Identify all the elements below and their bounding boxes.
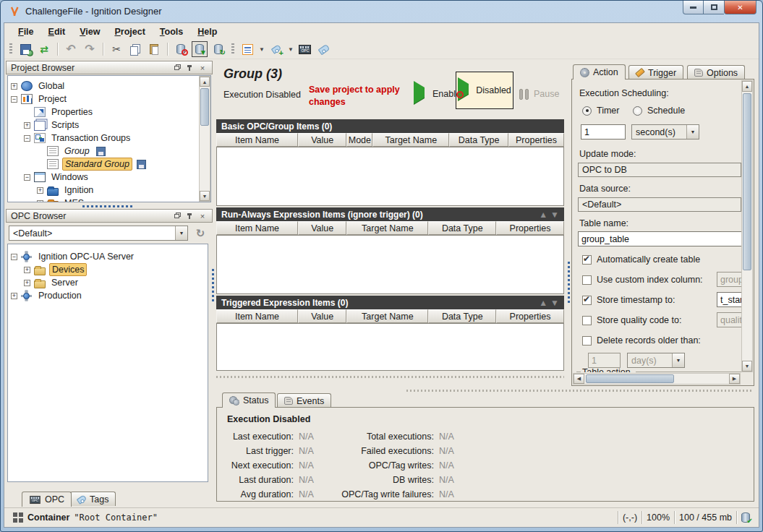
- tree-item-server[interactable]: + Server: [11, 276, 205, 289]
- scroll-down-icon[interactable]: ▼: [200, 191, 210, 201]
- column-header[interactable]: Mode: [346, 133, 372, 147]
- paste-button[interactable]: [146, 41, 162, 57]
- opc-browser-header[interactable]: OPC Browser ×: [6, 209, 213, 223]
- scroll-right-icon[interactable]: ▶: [729, 374, 740, 384]
- tree-item-ignition-opcua-server[interactable]: − Ignition OPC-UA Server: [11, 250, 205, 263]
- delete-value-input[interactable]: [588, 353, 621, 368]
- copy-button[interactable]: [127, 41, 143, 57]
- cut-button[interactable]: ✂: [108, 41, 124, 57]
- pin-panel-button[interactable]: [184, 63, 195, 72]
- close-panel-button[interactable]: ×: [197, 63, 208, 72]
- column-header[interactable]: Properties: [508, 133, 564, 147]
- store-timestamp-checkbox[interactable]: Store timestamp to:: [582, 295, 675, 305]
- save-project-button[interactable]: [17, 41, 33, 57]
- schedule-radio[interactable]: Schedule: [633, 106, 685, 116]
- expand-icon[interactable]: +: [11, 83, 17, 90]
- store-timestamp-input[interactable]: [717, 292, 743, 307]
- add-tag-dropdown-arrow[interactable]: ▼: [288, 46, 294, 53]
- scroll-up-icon[interactable]: ▲: [742, 81, 752, 92]
- toolbar-grip[interactable]: [231, 43, 234, 55]
- list-view-button[interactable]: [239, 41, 255, 57]
- pause-button[interactable]: Pause: [519, 81, 559, 107]
- store-quality-input[interactable]: [717, 312, 743, 327]
- expand-icon[interactable]: +: [37, 200, 43, 203]
- chevron-down-icon[interactable]: ▼: [175, 226, 187, 240]
- triggered-table-body[interactable]: [216, 323, 564, 371]
- panel-splitter-handle[interactable]: [82, 205, 135, 207]
- list-view-dropdown-arrow[interactable]: ▼: [259, 46, 265, 53]
- auto-create-table-checkbox[interactable]: Automatically create table: [582, 254, 700, 265]
- scroll-left-icon[interactable]: ◀: [574, 374, 584, 384]
- expand-down-icon[interactable]: ▼: [550, 298, 559, 308]
- tree-item-production[interactable]: + Production: [11, 289, 205, 302]
- expand-down-icon[interactable]: ▼: [550, 210, 559, 220]
- data-source-select[interactable]: <Default>: [578, 197, 741, 212]
- opc-server-select[interactable]: <Default> ▼: [9, 226, 188, 241]
- project-tree-scrollbar[interactable]: ▲ ▼: [199, 76, 210, 202]
- undo-button[interactable]: ↶: [63, 41, 79, 57]
- checkbox-checked-icon[interactable]: [582, 255, 592, 265]
- tree-item-standard-group[interactable]: Standard Group: [11, 158, 196, 171]
- tab-status[interactable]: Status: [222, 392, 276, 408]
- expand-icon[interactable]: +: [37, 187, 43, 194]
- expand-icon[interactable]: +: [24, 267, 30, 273]
- maximize-button[interactable]: [704, 1, 724, 14]
- column-header[interactable]: Data Type: [428, 309, 496, 323]
- custom-index-input[interactable]: [717, 272, 743, 287]
- table-name-input[interactable]: [578, 231, 743, 246]
- column-header[interactable]: Target Name: [372, 133, 449, 147]
- minimize-button[interactable]: [683, 1, 704, 14]
- chevron-down-icon[interactable]: ▼: [686, 125, 699, 139]
- memory-db-icon[interactable]: ✔: [741, 512, 750, 523]
- tree-item-group[interactable]: Group: [11, 145, 196, 158]
- opc-device-button[interactable]: OPC: [297, 41, 313, 57]
- update-mode-select[interactable]: OPC to DB: [578, 163, 741, 177]
- store-quality-checkbox[interactable]: Store quality code to:: [582, 315, 681, 325]
- menu-help[interactable]: Help: [191, 25, 223, 38]
- update-project-button[interactable]: ⇄: [36, 41, 52, 57]
- radio-selected-icon[interactable]: [582, 106, 592, 116]
- tab-action[interactable]: Action: [573, 64, 626, 80]
- run-always-table-body[interactable]: [216, 235, 564, 294]
- column-header[interactable]: Data Type: [428, 221, 496, 235]
- toolbar-grip[interactable]: [9, 43, 12, 55]
- menu-edit[interactable]: Edit: [42, 25, 72, 38]
- add-tag-button[interactable]: +: [268, 41, 284, 57]
- column-header[interactable]: Value: [298, 309, 346, 323]
- collapse-icon[interactable]: −: [24, 174, 30, 181]
- action-panel-hscrollbar[interactable]: ◀ ▶: [573, 373, 741, 385]
- tab-options[interactable]: Options: [687, 65, 745, 80]
- collapse-up-icon[interactable]: ▲: [539, 210, 547, 220]
- column-header[interactable]: Target Name: [346, 221, 428, 235]
- column-header[interactable]: Item Name: [216, 221, 298, 235]
- tree-item-mes[interactable]: + MES: [11, 197, 196, 202]
- expand-icon[interactable]: +: [24, 280, 30, 286]
- tag-button[interactable]: [316, 41, 332, 57]
- tree-item-properties[interactable]: Properties: [11, 106, 196, 119]
- column-header[interactable]: Item Name: [216, 133, 298, 147]
- column-header[interactable]: Properties: [496, 221, 564, 235]
- scrollbar-thumb[interactable]: [743, 93, 751, 270]
- db-disable-button[interactable]: [173, 41, 189, 57]
- checkbox-icon[interactable]: [582, 275, 592, 285]
- menu-file[interactable]: File: [12, 25, 41, 38]
- column-header[interactable]: Data Type: [449, 133, 508, 147]
- collapse-icon[interactable]: −: [11, 96, 17, 103]
- tree-item-global[interactable]: + Global: [11, 80, 196, 93]
- scroll-down-icon[interactable]: ▼: [742, 361, 752, 372]
- scrollbar-thumb[interactable]: [200, 88, 209, 126]
- tab-opc[interactable]: OPC OPC: [22, 492, 72, 507]
- column-header[interactable]: Value: [298, 221, 346, 235]
- float-panel-button[interactable]: [171, 211, 182, 220]
- delete-unit-select[interactable]: day(s) ▼: [627, 353, 685, 368]
- editor-vsplitter-handle[interactable]: [568, 262, 570, 305]
- refresh-button[interactable]: ↻: [192, 226, 208, 241]
- collapse-icon[interactable]: −: [11, 254, 17, 260]
- tree-item-windows[interactable]: − Windows: [11, 171, 196, 184]
- column-header[interactable]: Target Name: [346, 309, 428, 323]
- redo-button[interactable]: ↷: [82, 41, 98, 57]
- dock-splitter-handle[interactable]: [212, 269, 214, 304]
- timer-radio[interactable]: Timer: [582, 106, 619, 116]
- tree-item-ignition[interactable]: + Ignition: [11, 184, 196, 197]
- project-browser-header[interactable]: Project Browser ×: [6, 61, 213, 74]
